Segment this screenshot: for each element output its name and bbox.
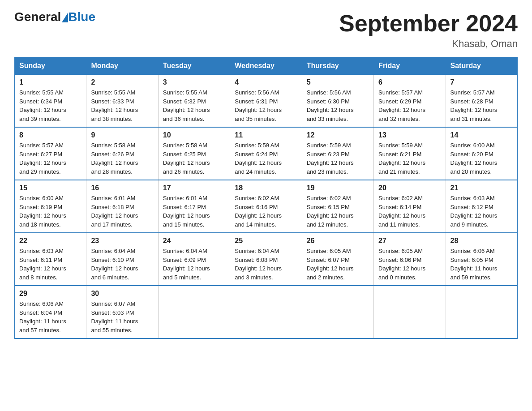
- day-number: 2: [91, 78, 153, 86]
- day-info: Sunrise: 5:55 AMSunset: 6:32 PMDaylight:…: [163, 89, 210, 122]
- day-info: Sunrise: 6:05 AMSunset: 6:06 PMDaylight:…: [378, 248, 425, 281]
- day-info: Sunrise: 6:01 AMSunset: 6:18 PMDaylight:…: [91, 195, 138, 228]
- calendar-cell: 15 Sunrise: 6:00 AMSunset: 6:19 PMDaylig…: [15, 180, 86, 233]
- calendar-cell: 9 Sunrise: 5:58 AMSunset: 6:26 PMDayligh…: [86, 127, 158, 180]
- day-info: Sunrise: 5:59 AMSunset: 6:24 PMDaylight:…: [235, 142, 282, 175]
- day-number: 16: [91, 184, 153, 192]
- calendar-cell: 16 Sunrise: 6:01 AMSunset: 6:18 PMDaylig…: [86, 180, 158, 233]
- day-number: 3: [163, 78, 225, 86]
- calendar-cell: 7 Sunrise: 5:57 AMSunset: 6:28 PMDayligh…: [446, 75, 517, 128]
- day-number: 15: [19, 184, 82, 192]
- day-info: Sunrise: 5:59 AMSunset: 6:23 PMDaylight:…: [307, 142, 354, 175]
- day-info: Sunrise: 5:59 AMSunset: 6:21 PMDaylight:…: [378, 142, 425, 175]
- day-number: 12: [307, 131, 369, 139]
- day-number: 19: [307, 184, 369, 192]
- calendar-cell: [446, 286, 517, 338]
- calendar-cell: 2 Sunrise: 5:55 AMSunset: 6:33 PMDayligh…: [86, 75, 158, 128]
- calendar-cell: 6 Sunrise: 5:57 AMSunset: 6:29 PMDayligh…: [374, 75, 446, 128]
- day-number: 27: [378, 237, 441, 245]
- day-info: Sunrise: 6:04 AMSunset: 6:08 PMDaylight:…: [235, 248, 282, 281]
- calendar-cell: 20 Sunrise: 6:02 AMSunset: 6:14 PMDaylig…: [374, 180, 446, 233]
- day-info: Sunrise: 5:55 AMSunset: 6:33 PMDaylight:…: [91, 89, 138, 122]
- logo-general-text: General: [14, 11, 61, 23]
- header-wednesday: Wednesday: [230, 57, 302, 75]
- calendar-cell: 4 Sunrise: 5:56 AMSunset: 6:31 PMDayligh…: [230, 75, 302, 128]
- day-number: 25: [235, 237, 297, 245]
- day-info: Sunrise: 5:56 AMSunset: 6:31 PMDaylight:…: [235, 89, 282, 122]
- calendar-cell: 30 Sunrise: 6:07 AMSunset: 6:03 PMDaylig…: [86, 286, 158, 338]
- calendar-cell: 12 Sunrise: 5:59 AMSunset: 6:23 PMDaylig…: [302, 127, 373, 180]
- page-subtitle: Khasab, Oman: [339, 38, 518, 50]
- day-number: 18: [235, 184, 297, 192]
- calendar-cell: 14 Sunrise: 6:00 AMSunset: 6:20 PMDaylig…: [446, 127, 517, 180]
- calendar-cell: 5 Sunrise: 5:56 AMSunset: 6:30 PMDayligh…: [302, 75, 373, 128]
- week-row-3: 15 Sunrise: 6:00 AMSunset: 6:19 PMDaylig…: [15, 180, 518, 233]
- day-info: Sunrise: 5:55 AMSunset: 6:34 PMDaylight:…: [19, 89, 66, 122]
- title-block: September 2024 Khasab, Oman: [339, 11, 518, 50]
- day-info: Sunrise: 6:04 AMSunset: 6:09 PMDaylight:…: [163, 248, 210, 281]
- header-tuesday: Tuesday: [158, 57, 230, 75]
- day-info: Sunrise: 5:57 AMSunset: 6:27 PMDaylight:…: [19, 142, 66, 175]
- day-number: 8: [19, 131, 82, 139]
- calendar-cell: 25 Sunrise: 6:04 AMSunset: 6:08 PMDaylig…: [230, 233, 302, 286]
- day-number: 11: [235, 131, 297, 139]
- calendar-cell: 18 Sunrise: 6:02 AMSunset: 6:16 PMDaylig…: [230, 180, 302, 233]
- calendar-cell: 21 Sunrise: 6:03 AMSunset: 6:12 PMDaylig…: [446, 180, 517, 233]
- day-info: Sunrise: 6:00 AMSunset: 6:20 PMDaylight:…: [450, 142, 498, 175]
- header-monday: Monday: [86, 57, 158, 75]
- day-info: Sunrise: 5:57 AMSunset: 6:29 PMDaylight:…: [378, 89, 425, 122]
- day-info: Sunrise: 6:07 AMSunset: 6:03 PMDaylight:…: [91, 300, 138, 334]
- week-row-2: 8 Sunrise: 5:57 AMSunset: 6:27 PMDayligh…: [15, 127, 518, 180]
- logo: General Blue: [14, 11, 95, 23]
- calendar-cell: [158, 286, 230, 338]
- calendar-cell: 29 Sunrise: 6:06 AMSunset: 6:04 PMDaylig…: [15, 286, 86, 338]
- day-number: 6: [378, 78, 441, 86]
- header-sunday: Sunday: [15, 57, 86, 75]
- calendar-cell: 10 Sunrise: 5:58 AMSunset: 6:25 PMDaylig…: [158, 127, 230, 180]
- day-number: 22: [19, 237, 82, 245]
- calendar-cell: 13 Sunrise: 5:59 AMSunset: 6:21 PMDaylig…: [374, 127, 446, 180]
- day-info: Sunrise: 6:06 AMSunset: 6:05 PMDaylight:…: [450, 248, 498, 281]
- calendar-cell: 22 Sunrise: 6:03 AMSunset: 6:11 PMDaylig…: [15, 233, 86, 286]
- calendar-cell: [230, 286, 302, 338]
- day-info: Sunrise: 5:57 AMSunset: 6:28 PMDaylight:…: [450, 89, 498, 122]
- day-number: 17: [163, 184, 225, 192]
- day-number: 20: [378, 184, 441, 192]
- day-number: 10: [163, 131, 225, 139]
- calendar-cell: 3 Sunrise: 5:55 AMSunset: 6:32 PMDayligh…: [158, 75, 230, 128]
- calendar-header-row: SundayMondayTuesdayWednesdayThursdayFrid…: [15, 57, 518, 75]
- page-header: General Blue September 2024 Khasab, Oman: [14, 11, 518, 50]
- day-info: Sunrise: 6:02 AMSunset: 6:15 PMDaylight:…: [307, 195, 354, 228]
- calendar-cell: 26 Sunrise: 6:05 AMSunset: 6:07 PMDaylig…: [302, 233, 373, 286]
- day-number: 1: [19, 78, 82, 86]
- day-number: 30: [91, 290, 153, 298]
- day-number: 7: [450, 78, 513, 86]
- day-info: Sunrise: 5:58 AMSunset: 6:25 PMDaylight:…: [163, 142, 210, 175]
- day-info: Sunrise: 5:58 AMSunset: 6:26 PMDaylight:…: [91, 142, 138, 175]
- calendar-cell: 11 Sunrise: 5:59 AMSunset: 6:24 PMDaylig…: [230, 127, 302, 180]
- calendar-cell: 24 Sunrise: 6:04 AMSunset: 6:09 PMDaylig…: [158, 233, 230, 286]
- day-number: 28: [450, 237, 513, 245]
- day-info: Sunrise: 6:03 AMSunset: 6:12 PMDaylight:…: [450, 195, 498, 228]
- calendar-table: SundayMondayTuesdayWednesdayThursdayFrid…: [14, 57, 518, 339]
- calendar-cell: [302, 286, 373, 338]
- day-number: 4: [235, 78, 297, 86]
- week-row-1: 1 Sunrise: 5:55 AMSunset: 6:34 PMDayligh…: [15, 75, 518, 128]
- day-number: 13: [378, 131, 441, 139]
- day-number: 21: [450, 184, 513, 192]
- day-info: Sunrise: 6:02 AMSunset: 6:14 PMDaylight:…: [378, 195, 425, 228]
- calendar-cell: 8 Sunrise: 5:57 AMSunset: 6:27 PMDayligh…: [15, 127, 86, 180]
- page-title: September 2024: [339, 11, 518, 36]
- week-row-5: 29 Sunrise: 6:06 AMSunset: 6:04 PMDaylig…: [15, 286, 518, 338]
- calendar-cell: 23 Sunrise: 6:04 AMSunset: 6:10 PMDaylig…: [86, 233, 158, 286]
- day-number: 14: [450, 131, 513, 139]
- calendar-cell: 27 Sunrise: 6:05 AMSunset: 6:06 PMDaylig…: [374, 233, 446, 286]
- day-info: Sunrise: 5:56 AMSunset: 6:30 PMDaylight:…: [307, 89, 354, 122]
- day-info: Sunrise: 6:04 AMSunset: 6:10 PMDaylight:…: [91, 248, 138, 281]
- calendar-cell: [374, 286, 446, 338]
- day-info: Sunrise: 6:01 AMSunset: 6:17 PMDaylight:…: [163, 195, 210, 228]
- header-friday: Friday: [374, 57, 446, 75]
- day-number: 24: [163, 237, 225, 245]
- day-number: 5: [307, 78, 369, 86]
- day-info: Sunrise: 6:03 AMSunset: 6:11 PMDaylight:…: [19, 248, 66, 281]
